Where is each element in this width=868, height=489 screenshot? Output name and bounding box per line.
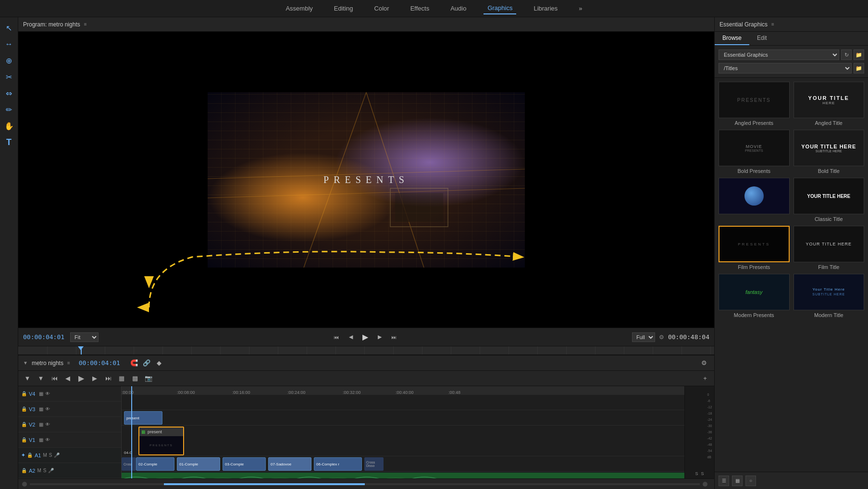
menu-libraries[interactable]: Libraries xyxy=(530,3,561,14)
tl-mark-out[interactable]: ▼ xyxy=(36,373,46,384)
tl-mark-in[interactable]: ▼ xyxy=(22,373,33,384)
zoom-slider[interactable] xyxy=(30,483,700,485)
clip-07-sadovoe[interactable]: 07-Sadovoe xyxy=(268,457,311,471)
razor-tool[interactable]: ✂ xyxy=(2,70,16,84)
clip-06-complex[interactable]: 06-Complex r xyxy=(314,457,362,471)
markers-tool[interactable]: ◆ xyxy=(154,358,164,368)
template-modern-title[interactable]: Your Title Here SUBTITLE HERE Modern Tit… xyxy=(794,274,865,318)
tab-browse[interactable]: Browse xyxy=(715,32,749,45)
titles-folder-dropdown[interactable]: /Titles xyxy=(719,63,852,73)
tl-camera[interactable]: 📷 xyxy=(143,373,154,384)
tl-step-fwd[interactable]: ▶ xyxy=(89,373,100,384)
menu-editing[interactable]: Editing xyxy=(330,3,357,14)
program-scrubber[interactable] xyxy=(18,346,714,355)
v2-track-icon[interactable]: ▦ xyxy=(39,422,43,427)
thumb-modern-presents[interactable]: fantasy xyxy=(719,274,790,310)
tl-lift[interactable]: ▦ xyxy=(116,373,127,384)
track-row-a1[interactable]: Constant G xyxy=(122,472,684,478)
wrench-icon[interactable]: ⚙ xyxy=(659,334,664,341)
step-back-frame[interactable]: ◀ xyxy=(346,332,356,342)
clip-03-comple[interactable]: 03-Comple xyxy=(223,457,266,471)
menu-graphics[interactable]: Graphics xyxy=(484,2,516,14)
template-bold-title[interactable]: YOUR TITLE HERE SUBTITLE HERE Bold Title xyxy=(794,130,865,174)
clip-cross-dis[interactable]: Cross xyxy=(122,457,136,471)
zoom-out-btn[interactable] xyxy=(22,482,27,487)
panel-menu-icon[interactable]: ≡ xyxy=(771,22,774,27)
template-bold-presents[interactable]: MOVIE PRESENTS Bold Presents xyxy=(719,130,790,174)
tl-extract[interactable]: ▩ xyxy=(130,373,140,384)
track-row-v4[interactable] xyxy=(122,395,684,410)
clip-cross-diss2[interactable]: Cross Disso xyxy=(364,457,384,471)
graphics-source-dropdown[interactable]: Essential Graphics xyxy=(719,49,839,60)
v1-track-icon[interactable]: ▦ xyxy=(39,437,43,442)
thumb-angled-presents[interactable]: PRESENTS xyxy=(719,82,790,118)
a2-m[interactable]: M xyxy=(37,468,41,473)
v3-lock[interactable]: 🔒 xyxy=(21,406,27,412)
clip-02-comple[interactable]: 02-Comple xyxy=(136,457,174,471)
v4-track-icon[interactable]: ▦ xyxy=(39,391,43,396)
tl-go-in[interactable]: ⏮ xyxy=(49,373,60,384)
ripple-tool[interactable]: ⊕ xyxy=(2,54,16,67)
go-to-in-point[interactable]: ⏮ xyxy=(331,332,342,342)
template-film-title[interactable]: YOUR TITLE HERE Film Title xyxy=(794,226,865,270)
step-forward-frame[interactable]: ▶ xyxy=(374,332,385,342)
drag-preview-clip[interactable]: ▦ present PRESENTS xyxy=(138,427,184,455)
track-row-v2[interactable]: ▦ present PRESENTS xyxy=(122,426,684,456)
track-select-tool[interactable]: ↔ xyxy=(2,37,16,51)
grid-view-btn[interactable]: ▦ xyxy=(732,476,743,486)
template-angled-presents[interactable]: PRESENTS Angled Presents xyxy=(719,82,790,126)
a2-lock[interactable]: 🔒 xyxy=(21,468,27,473)
menu-effects[interactable]: Effects xyxy=(407,3,434,14)
timeline-tracks[interactable]: :00:00 :00:08:00 :00:16:00 :00:24:00 :00… xyxy=(122,386,684,478)
a1-mic[interactable]: 🎤 xyxy=(54,452,60,458)
pen-tool[interactable]: ✏ xyxy=(2,103,16,116)
clip-present[interactable]: present xyxy=(124,411,162,425)
list-view-btn[interactable]: ☰ xyxy=(719,476,729,486)
tl-add-marker[interactable]: + xyxy=(700,373,710,384)
template-modern-presents[interactable]: fantasy Modern Presents xyxy=(719,274,790,318)
v2-lock[interactable]: 🔒 xyxy=(21,422,27,427)
circle-btn[interactable]: ○ xyxy=(745,476,756,486)
a1-lock[interactable]: 🔒 xyxy=(27,452,33,458)
settings-tool[interactable]: ⚙ xyxy=(699,358,709,368)
hand-tool[interactable]: ✋ xyxy=(2,119,16,133)
v4-eye[interactable]: 👁 xyxy=(45,391,50,396)
thumb-bold-title[interactable]: YOUR TITLE HERE SUBTITLE HERE xyxy=(794,130,865,166)
zoom-in-btn[interactable] xyxy=(703,482,707,487)
template-angled-title[interactable]: YOUR TITLE HERE Angled Title xyxy=(794,82,865,126)
tl-step-back[interactable]: ◀ xyxy=(62,373,73,384)
a1-toggle[interactable]: ✦ xyxy=(21,452,25,458)
slip-tool[interactable]: ⇔ xyxy=(2,86,16,100)
thumb-modern-title[interactable]: Your Title Here SUBTITLE HERE xyxy=(794,274,865,310)
track-row-v3[interactable]: present xyxy=(122,410,684,426)
timeline-collapse-btn[interactable]: ▼ xyxy=(23,360,28,366)
folder-btn[interactable]: 📁 xyxy=(854,49,864,60)
linked-selection[interactable]: 🔗 xyxy=(141,358,152,368)
thumb-angled-title[interactable]: YOUR TITLE HERE xyxy=(794,82,865,118)
menu-more[interactable]: » xyxy=(575,3,586,14)
a2-mic[interactable]: 🎤 xyxy=(48,468,54,473)
quality-select[interactable]: Full 1/2 1/4 xyxy=(632,332,655,342)
template-classic-title[interactable]: YOUR TITLE HERE Classic Title xyxy=(794,178,865,222)
go-to-out-point[interactable]: ⏭ xyxy=(389,332,399,342)
folder-btn-2[interactable]: 📁 xyxy=(854,63,864,73)
thumb-classic-orb[interactable] xyxy=(719,178,790,214)
v3-eye[interactable]: 👁 xyxy=(45,406,50,412)
type-tool[interactable]: T xyxy=(2,135,16,149)
v3-track-icon[interactable]: ▦ xyxy=(39,406,43,412)
thumb-film-presents[interactable]: PRESENTS xyxy=(719,226,790,262)
menu-assembly[interactable]: Assembly xyxy=(282,3,316,14)
snap-tool[interactable]: 🧲 xyxy=(129,358,139,368)
refresh-btn[interactable]: ↻ xyxy=(841,49,852,60)
template-classic-orb[interactable] xyxy=(719,178,790,222)
tl-go-out[interactable]: ⏭ xyxy=(103,373,113,384)
a2-s[interactable]: S xyxy=(43,468,47,473)
v4-lock[interactable]: 🔒 xyxy=(21,391,27,396)
clip-01-comple[interactable]: 01-Comple xyxy=(177,457,220,471)
thumb-film-title[interactable]: YOUR TITLE HERE xyxy=(794,226,865,262)
v1-lock[interactable]: 🔒 xyxy=(21,437,27,442)
v2-eye[interactable]: 👁 xyxy=(45,422,50,427)
thumb-bold-presents[interactable]: MOVIE PRESENTS xyxy=(719,130,790,166)
fit-select[interactable]: Fit 25% 50% 100% xyxy=(70,332,99,342)
monitor-menu-icon[interactable]: ≡ xyxy=(84,22,87,27)
